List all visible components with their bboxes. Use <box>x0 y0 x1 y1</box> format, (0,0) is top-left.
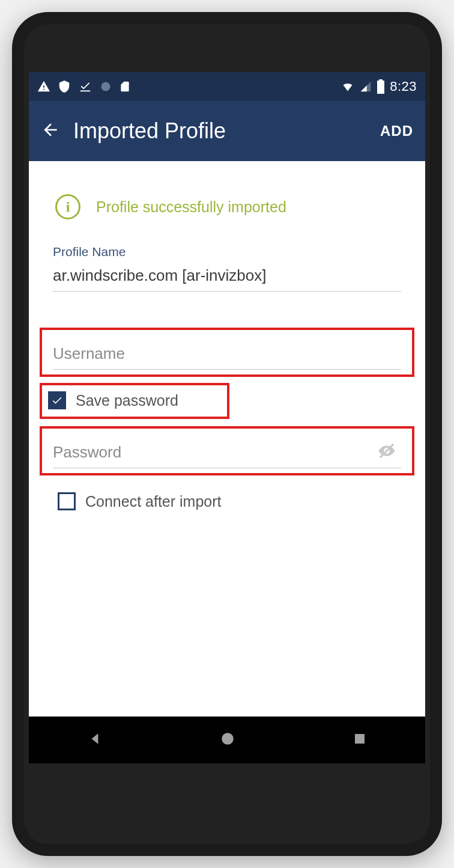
success-message: Profile successfully imported <box>96 198 286 216</box>
screen: 8:23 Imported Profile ADD i Profile succ… <box>29 72 425 763</box>
profile-name-label: Profile Name <box>53 245 401 259</box>
clock-text: 8:23 <box>390 79 417 94</box>
nav-back-button[interactable] <box>87 731 103 749</box>
save-password-checkbox[interactable] <box>48 391 66 409</box>
svg-point-3 <box>222 733 234 745</box>
svg-point-1 <box>101 82 110 91</box>
status-left-icons <box>37 79 131 94</box>
svg-rect-0 <box>80 90 91 91</box>
signal-icon <box>360 81 372 93</box>
profile-name-input[interactable] <box>53 263 401 292</box>
nav-recent-button[interactable] <box>353 732 367 748</box>
page-title: Imported Profile <box>73 118 226 144</box>
content-area: i Profile successfully imported Profile … <box>29 161 425 522</box>
success-banner: i Profile successfully imported <box>53 194 401 219</box>
password-input[interactable] <box>53 439 401 468</box>
phone-bezel: 8:23 Imported Profile ADD i Profile succ… <box>24 24 430 844</box>
nav-home-button[interactable] <box>220 731 235 749</box>
app-bar: Imported Profile ADD <box>29 101 425 161</box>
status-bar: 8:23 <box>29 72 425 101</box>
username-input[interactable] <box>53 341 401 370</box>
connect-after-label: Connect after import <box>85 493 222 510</box>
warning-icon <box>37 80 50 93</box>
add-button[interactable]: ADD <box>380 123 413 139</box>
svg-rect-4 <box>355 734 365 744</box>
connect-after-checkbox[interactable] <box>58 492 76 510</box>
username-highlight <box>40 328 414 377</box>
phone-frame: 8:23 Imported Profile ADD i Profile succ… <box>12 12 442 856</box>
profile-name-group: Profile Name <box>53 245 401 292</box>
checkmark-underline-icon <box>78 80 92 93</box>
sd-card-icon <box>119 79 131 94</box>
save-password-label: Save password <box>76 392 178 409</box>
connect-after-row: Connect after import <box>53 492 401 510</box>
shield-icon <box>58 80 71 93</box>
back-button[interactable] <box>41 120 60 142</box>
wifi-icon <box>340 81 355 93</box>
password-highlight <box>40 426 414 475</box>
battery-icon <box>377 79 385 94</box>
status-right-icons: 8:23 <box>340 79 417 94</box>
visibility-toggle-icon[interactable] <box>375 442 399 462</box>
circle-icon <box>100 81 112 93</box>
info-icon: i <box>55 194 80 219</box>
navigation-bar <box>29 717 425 763</box>
save-password-highlight: Save password <box>40 383 229 419</box>
